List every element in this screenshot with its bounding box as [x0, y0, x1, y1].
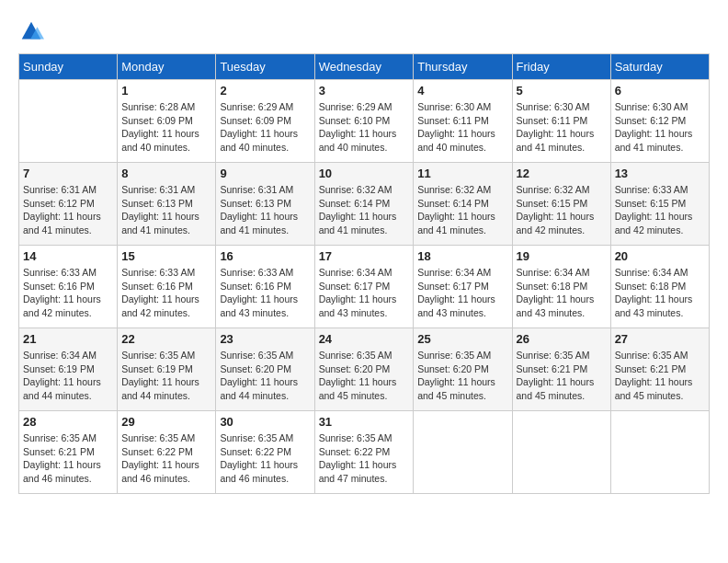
cell-info: Sunrise: 6:35 AMSunset: 6:19 PMDaylight:…: [121, 349, 211, 403]
cell-info: Sunrise: 6:32 AMSunset: 6:14 PMDaylight:…: [417, 183, 507, 237]
cell-info: Sunrise: 6:34 AMSunset: 6:18 PMDaylight:…: [517, 266, 607, 320]
calendar-cell: 25Sunrise: 6:35 AMSunset: 6:20 PMDayligh…: [414, 328, 512, 411]
day-number: 29: [121, 415, 211, 429]
calendar-cell: 5Sunrise: 6:30 AMSunset: 6:11 PMDaylight…: [512, 80, 610, 163]
day-number: 24: [319, 332, 410, 346]
cell-info: Sunrise: 6:35 AMSunset: 6:21 PMDaylight:…: [517, 349, 607, 403]
calendar-cell: 8Sunrise: 6:31 AMSunset: 6:13 PMDaylight…: [118, 163, 216, 246]
cell-info: Sunrise: 6:35 AMSunset: 6:21 PMDaylight:…: [23, 431, 113, 486]
cell-info: Sunrise: 6:35 AMSunset: 6:21 PMDaylight:…: [615, 349, 705, 403]
day-number: 3: [319, 84, 410, 98]
calendar-cell: 7Sunrise: 6:31 AMSunset: 6:12 PMDaylight…: [19, 163, 118, 246]
calendar-cell: 13Sunrise: 6:33 AMSunset: 6:15 PMDayligh…: [610, 163, 709, 246]
calendar-header: SundayMondayTuesdayWednesdayThursdayFrid…: [19, 54, 710, 80]
week-row-3: 14Sunrise: 6:33 AMSunset: 6:16 PMDayligh…: [19, 246, 710, 328]
header-cell-thursday: Thursday: [414, 54, 512, 80]
cell-info: Sunrise: 6:32 AMSunset: 6:14 PMDaylight:…: [319, 183, 410, 237]
calendar-cell: 28Sunrise: 6:35 AMSunset: 6:21 PMDayligh…: [19, 411, 118, 494]
calendar-cell: 1Sunrise: 6:28 AMSunset: 6:09 PMDaylight…: [118, 80, 216, 163]
header-row: SundayMondayTuesdayWednesdayThursdayFrid…: [19, 54, 710, 80]
day-number: 28: [23, 415, 113, 429]
cell-info: Sunrise: 6:30 AMSunset: 6:11 PMDaylight:…: [417, 100, 507, 155]
day-number: 25: [417, 332, 507, 346]
day-number: 11: [417, 167, 507, 180]
header-cell-friday: Friday: [512, 54, 610, 80]
calendar-cell: 17Sunrise: 6:34 AMSunset: 6:17 PMDayligh…: [314, 246, 414, 328]
cell-info: Sunrise: 6:33 AMSunset: 6:16 PMDaylight:…: [121, 266, 211, 320]
calendar-cell: 2Sunrise: 6:29 AMSunset: 6:09 PMDaylight…: [216, 80, 314, 163]
calendar-cell: 16Sunrise: 6:33 AMSunset: 6:16 PMDayligh…: [216, 246, 314, 328]
calendar-cell: 10Sunrise: 6:32 AMSunset: 6:14 PMDayligh…: [314, 163, 414, 246]
week-row-4: 21Sunrise: 6:34 AMSunset: 6:19 PMDayligh…: [19, 328, 710, 411]
cell-info: Sunrise: 6:31 AMSunset: 6:13 PMDaylight:…: [121, 183, 211, 237]
cell-info: Sunrise: 6:34 AMSunset: 6:17 PMDaylight:…: [417, 266, 507, 320]
day-number: 5: [517, 84, 607, 98]
calendar-cell: 20Sunrise: 6:34 AMSunset: 6:18 PMDayligh…: [610, 246, 709, 328]
calendar-cell: 24Sunrise: 6:35 AMSunset: 6:20 PMDayligh…: [314, 328, 414, 411]
cell-info: Sunrise: 6:33 AMSunset: 6:16 PMDaylight:…: [220, 266, 310, 320]
day-number: 19: [517, 249, 607, 263]
week-row-1: 1Sunrise: 6:28 AMSunset: 6:09 PMDaylight…: [19, 80, 710, 163]
calendar-cell: 27Sunrise: 6:35 AMSunset: 6:21 PMDayligh…: [610, 328, 709, 411]
cell-info: Sunrise: 6:35 AMSunset: 6:20 PMDaylight:…: [220, 349, 310, 403]
day-number: 18: [417, 249, 507, 263]
day-number: 26: [517, 332, 607, 346]
cell-info: Sunrise: 6:35 AMSunset: 6:22 PMDaylight:…: [220, 431, 310, 486]
logo: [18, 18, 48, 44]
calendar-cell: 4Sunrise: 6:30 AMSunset: 6:11 PMDaylight…: [414, 80, 512, 163]
cell-info: Sunrise: 6:30 AMSunset: 6:11 PMDaylight:…: [517, 100, 607, 155]
day-number: 31: [319, 415, 410, 429]
day-number: 6: [615, 84, 705, 98]
day-number: 22: [121, 332, 211, 346]
day-number: 9: [220, 167, 310, 180]
cell-info: Sunrise: 6:33 AMSunset: 6:15 PMDaylight:…: [615, 183, 705, 237]
calendar-cell: 30Sunrise: 6:35 AMSunset: 6:22 PMDayligh…: [216, 411, 314, 494]
calendar-cell: [414, 411, 512, 494]
day-number: 13: [615, 167, 705, 180]
calendar-cell: 26Sunrise: 6:35 AMSunset: 6:21 PMDayligh…: [512, 328, 610, 411]
header-cell-wednesday: Wednesday: [314, 54, 414, 80]
header-cell-tuesday: Tuesday: [216, 54, 314, 80]
calendar-cell: [19, 80, 118, 163]
page-header: [18, 18, 710, 44]
header-cell-sunday: Sunday: [19, 54, 118, 80]
calendar-cell: 14Sunrise: 6:33 AMSunset: 6:16 PMDayligh…: [19, 246, 118, 328]
day-number: 30: [220, 415, 310, 429]
calendar-cell: 12Sunrise: 6:32 AMSunset: 6:15 PMDayligh…: [512, 163, 610, 246]
cell-info: Sunrise: 6:29 AMSunset: 6:10 PMDaylight:…: [319, 100, 410, 155]
day-number: 2: [220, 84, 310, 98]
calendar-cell: 19Sunrise: 6:34 AMSunset: 6:18 PMDayligh…: [512, 246, 610, 328]
day-number: 4: [417, 84, 507, 98]
calendar-cell: 15Sunrise: 6:33 AMSunset: 6:16 PMDayligh…: [118, 246, 216, 328]
calendar-cell: 3Sunrise: 6:29 AMSunset: 6:10 PMDaylight…: [314, 80, 414, 163]
calendar-body: 1Sunrise: 6:28 AMSunset: 6:09 PMDaylight…: [19, 80, 710, 494]
cell-info: Sunrise: 6:33 AMSunset: 6:16 PMDaylight:…: [23, 266, 113, 320]
week-row-2: 7Sunrise: 6:31 AMSunset: 6:12 PMDaylight…: [19, 163, 710, 246]
cell-info: Sunrise: 6:34 AMSunset: 6:18 PMDaylight:…: [615, 266, 705, 320]
calendar-cell: [610, 411, 709, 494]
day-number: 20: [615, 249, 705, 263]
calendar-cell: 29Sunrise: 6:35 AMSunset: 6:22 PMDayligh…: [118, 411, 216, 494]
day-number: 7: [23, 167, 113, 180]
calendar-cell: [512, 411, 610, 494]
cell-info: Sunrise: 6:35 AMSunset: 6:20 PMDaylight:…: [319, 349, 410, 403]
day-number: 16: [220, 249, 310, 263]
calendar-cell: 23Sunrise: 6:35 AMSunset: 6:20 PMDayligh…: [216, 328, 314, 411]
day-number: 1: [121, 84, 211, 98]
day-number: 27: [615, 332, 705, 346]
cell-info: Sunrise: 6:34 AMSunset: 6:19 PMDaylight:…: [23, 349, 113, 403]
cell-info: Sunrise: 6:28 AMSunset: 6:09 PMDaylight:…: [121, 100, 211, 155]
day-number: 8: [121, 167, 211, 180]
cell-info: Sunrise: 6:31 AMSunset: 6:13 PMDaylight:…: [220, 183, 310, 237]
header-cell-monday: Monday: [118, 54, 216, 80]
day-number: 17: [319, 249, 410, 263]
day-number: 14: [23, 249, 113, 263]
calendar-cell: 11Sunrise: 6:32 AMSunset: 6:14 PMDayligh…: [414, 163, 512, 246]
day-number: 23: [220, 332, 310, 346]
day-number: 12: [517, 167, 607, 180]
logo-icon: [18, 18, 44, 44]
calendar-cell: 18Sunrise: 6:34 AMSunset: 6:17 PMDayligh…: [414, 246, 512, 328]
cell-info: Sunrise: 6:34 AMSunset: 6:17 PMDaylight:…: [319, 266, 410, 320]
calendar-cell: 6Sunrise: 6:30 AMSunset: 6:12 PMDaylight…: [610, 80, 709, 163]
week-row-5: 28Sunrise: 6:35 AMSunset: 6:21 PMDayligh…: [19, 411, 710, 494]
